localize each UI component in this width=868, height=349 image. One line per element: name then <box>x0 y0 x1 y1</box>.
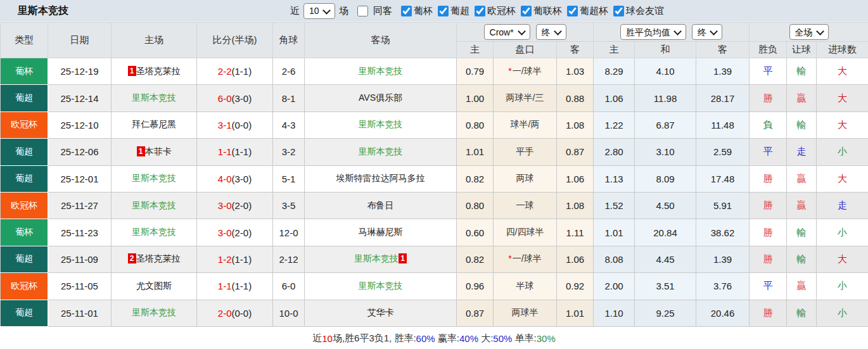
home-team: 1本菲卡 <box>112 139 197 165</box>
competition-badge: 欧冠杯 <box>1 273 48 300</box>
team-name: 里斯本竞技 <box>132 92 176 103</box>
corners: 3-2 <box>273 139 305 165</box>
ah-away-odds: 1.06 <box>557 246 594 272</box>
competition-checkbox[interactable] <box>438 6 449 16</box>
same-venue-filter[interactable]: 同客 <box>352 5 396 17</box>
fulltime-score: 6-0 <box>218 93 232 104</box>
team-name: 里斯本竞技 <box>132 227 176 237</box>
eu-home-odds: 1.10 <box>594 300 635 326</box>
team-name: 里斯本竞技 <box>359 66 403 76</box>
rank-badge: 1 <box>128 66 136 76</box>
team-name: 马琳赫尼斯 <box>359 227 403 237</box>
summary-segment: 10 <box>322 333 333 344</box>
col-header-corners: 角球 <box>273 23 305 58</box>
result-handicap: 贏 <box>787 273 817 300</box>
result-handicap: 輸 <box>787 58 817 85</box>
match-row: 葡杯25-12-191圣塔克莱拉2-2(1-1)2-6里斯本竞技0.79*一/球… <box>1 58 868 85</box>
ah-away-odds: 1.01 <box>557 300 594 326</box>
scope-select-group: 全场 <box>750 23 868 42</box>
ah-line: 平手 <box>494 139 557 165</box>
competition-label: 欧冠杯 <box>487 5 516 17</box>
summary-segment: 单率: <box>512 333 536 345</box>
eu-home-odds: 2.80 <box>594 139 635 165</box>
score: 2-0(0-0) <box>197 300 273 326</box>
competition-checkbox[interactable] <box>521 6 532 16</box>
score: 2-2(1-1) <box>197 58 273 85</box>
competition-filter[interactable]: 葡超 <box>433 5 469 17</box>
handicap-time-select-wrap: 终 <box>536 24 566 40</box>
recent-count-select[interactable]: 10 <box>304 4 335 18</box>
result-handicap: 贏 <box>787 85 817 111</box>
competition-filter[interactable]: 球会友谊 <box>608 5 664 17</box>
halftime-score: (3-0) <box>232 93 252 104</box>
rank-badge: 2 <box>128 253 136 263</box>
competition-filter[interactable]: 葡超杯 <box>562 5 608 17</box>
ah-line-text: 半球 <box>516 281 534 291</box>
competition-checkbox[interactable] <box>613 6 624 16</box>
col-header-away: 客场 <box>305 23 457 58</box>
team-name: 圣塔克莱拉 <box>136 253 181 263</box>
competition-checkbox[interactable] <box>401 6 412 16</box>
corners: 8-1 <box>273 85 305 111</box>
score: 1-1(1-1) <box>197 273 273 300</box>
ah-away-odds: 1.11 <box>557 219 594 246</box>
team-name: 里斯本竞技 <box>359 281 403 291</box>
odds-type-select[interactable]: 胜平负均值 <box>621 25 686 39</box>
summary-stats: 近10场,胜6平3负1, 胜率:60% 赢率:40% 大:50% 单率:30% <box>0 327 868 349</box>
bookmaker-select[interactable]: Crow* <box>485 25 530 39</box>
competition-label: 葡联杯 <box>533 5 562 17</box>
odds-time-select[interactable]: 终 <box>692 25 722 39</box>
ah-line-text: 两球半 <box>512 307 539 317</box>
result-goals: 大 <box>817 246 868 272</box>
competition-checkbox[interactable] <box>475 6 485 16</box>
eu-draw-odds: 6.87 <box>635 111 696 138</box>
subcol-handicap-result: 让球 <box>787 42 817 58</box>
corners: 3-5 <box>273 192 305 219</box>
team-name: 里斯本竞技 <box>354 253 399 263</box>
home-team: 里斯本竞技 <box>112 192 197 219</box>
handicap-time-select[interactable]: 终 <box>537 25 566 39</box>
ah-home-odds: 0.82 <box>457 165 494 192</box>
halftime-score: (2-0) <box>232 200 252 211</box>
subcol-ah-line: 盘口 <box>494 42 557 58</box>
result-handicap: 輸 <box>787 246 817 272</box>
scope-select[interactable]: 全场 <box>790 25 828 39</box>
subcol-eu-home: 主 <box>594 42 635 58</box>
handicap-select-group: Crow* 终 <box>457 23 594 42</box>
competition-checkbox[interactable] <box>567 6 578 16</box>
score: 6-0(3-0) <box>197 85 273 111</box>
ah-away-odds: 1.08 <box>557 192 594 219</box>
competition-filter[interactable]: 葡杯 <box>396 5 433 17</box>
subcol-goals-result: 进球数 <box>817 42 868 58</box>
halftime-score: (1-1) <box>232 66 252 77</box>
recent-suffix-label: 场 <box>339 5 348 17</box>
subcol-eu-away: 客 <box>696 42 750 58</box>
ah-line-text: 球半/两 <box>511 119 540 129</box>
competition-filter[interactable]: 葡联杯 <box>516 5 562 17</box>
corners: 5-1 <box>273 165 305 192</box>
ah-home-odds: 0.87 <box>457 300 494 326</box>
same-venue-checkbox[interactable] <box>357 6 368 16</box>
match-date: 25-12-14 <box>48 85 112 111</box>
corners: 6-0 <box>273 273 305 300</box>
summary-segment: 30% <box>537 333 556 344</box>
ah-line: 两球半/三 <box>494 85 557 111</box>
halftime-score: (2-0) <box>232 227 252 238</box>
ah-home-odds: 0.96 <box>457 273 494 300</box>
summary-segment: 大: <box>478 333 493 345</box>
match-row: 欧冠杯25-12-10拜仁慕尼黑3-1(0-0)4-3里斯本竞技0.80球半/两… <box>1 111 868 138</box>
match-row: 葡超25-11-092圣塔克莱拉1-2(1-1)2-12里斯本竞技10.82*一… <box>1 246 868 272</box>
match-date: 25-12-06 <box>48 139 112 165</box>
col-header-date: 日期 <box>48 23 112 58</box>
halftime-score: (0-0) <box>232 120 252 130</box>
score: 3-1(0-0) <box>197 111 273 138</box>
home-team: 尤文图斯 <box>112 273 197 300</box>
eu-home-odds: 1.06 <box>594 85 635 111</box>
team-title: 里斯本竞技 <box>18 4 68 18</box>
table-header: 类型 日期 主场 比分(半场) 角球 客场 Crow* 终 <box>1 23 868 58</box>
competition-filter[interactable]: 欧冠杯 <box>469 5 516 17</box>
ah-home-odds: 0.82 <box>457 246 494 272</box>
eu-home-odds: 1.13 <box>594 165 635 192</box>
ah-line-text: 两球 <box>516 173 534 183</box>
ah-home-odds: 1.00 <box>457 85 494 111</box>
